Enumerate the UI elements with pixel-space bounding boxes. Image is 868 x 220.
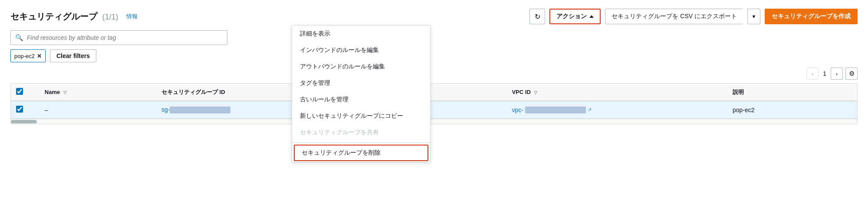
- actions-label: アクション: [556, 13, 587, 20]
- dropdown-label-edit-outbound: アウトバウンドのルールを編集: [300, 63, 385, 70]
- dropdown-item-manage-old[interactable]: 古いルールを管理: [292, 91, 430, 108]
- dropdown-item-manage-tags[interactable]: タグを管理: [292, 75, 430, 91]
- scroll-bar-row: [11, 119, 857, 124]
- external-link-icon: ↗: [588, 107, 592, 113]
- vpc-text: vpc-: [512, 107, 523, 113]
- table-row: – sg- vpc- ↗ pop-: [11, 101, 857, 119]
- dropdown-label-copy-new: 新しいセキュリティグループにコピー: [300, 112, 403, 119]
- row-name-cell: –: [39, 101, 156, 119]
- sort-name-icon[interactable]: ▽: [63, 90, 67, 95]
- chevron-down-icon: ▼: [752, 14, 756, 19]
- prev-page-button[interactable]: ‹: [806, 68, 819, 80]
- refresh-button[interactable]: ↻: [529, 9, 545, 24]
- col-vpc-label: VPC ID: [512, 89, 530, 95]
- select-all-checkbox[interactable]: [16, 88, 23, 95]
- search-box: 🔍: [10, 30, 227, 45]
- page-wrapper: セキュリティグループ (1/1) 情報 ↻ アクション セキュリティグループを …: [0, 0, 868, 220]
- next-icon: ›: [836, 71, 838, 77]
- refresh-icon: ↻: [535, 13, 540, 21]
- vpc-link[interactable]: vpc- ↗: [512, 107, 591, 113]
- header-desc: 説明: [727, 84, 857, 101]
- next-page-button[interactable]: ›: [831, 68, 843, 80]
- row-desc-cell: pop-ec2: [727, 101, 857, 119]
- sgid-text: sg-: [161, 106, 170, 113]
- search-input[interactable]: [27, 34, 223, 41]
- title-text: セキュリティグループ: [10, 12, 97, 21]
- clear-filters-button[interactable]: Clear filters: [50, 49, 96, 62]
- dropdown-item-copy-new[interactable]: 新しいセキュリティグループにコピー: [292, 108, 430, 124]
- table-body: – sg- vpc- ↗ pop-: [11, 101, 857, 119]
- dropdown-label-manage-old: 古いルールを管理: [300, 96, 349, 103]
- vpc-masked: [525, 107, 586, 113]
- dropdown-item-edit-outbound[interactable]: アウトバウンドのルールを編集: [292, 58, 430, 75]
- row-name: –: [45, 107, 48, 113]
- dropdown-label-edit-inbound: インバウンドのルールを編集: [300, 46, 379, 53]
- dropdown-label-delete: セキュリティグループを削除: [302, 149, 381, 156]
- col-sgid-label: セキュリティグループ ID: [161, 89, 225, 95]
- dropdown-item-edit-inbound[interactable]: インバウンドのルールを編集: [292, 42, 430, 58]
- row-vpc-cell: vpc- ↗: [506, 101, 727, 119]
- dropdown-item-delete[interactable]: セキュリティグループを削除: [294, 145, 428, 161]
- sgid-masked: [170, 107, 230, 113]
- pagination-row: ‹ 1 › ⚙: [10, 68, 858, 80]
- filter-row: 🔍: [10, 30, 858, 45]
- gear-icon: ⚙: [849, 70, 855, 78]
- filter-tag: pop-ec2 ✕: [10, 49, 46, 62]
- sort-vpc-icon[interactable]: ▽: [534, 90, 537, 95]
- actions-dropdown: 詳細を表示 インバウンドのルールを編集 アウトバウンドのルールを編集 タグを管理…: [292, 25, 431, 162]
- actions-button[interactable]: アクション: [549, 9, 601, 24]
- col-name-label: Name: [45, 89, 60, 95]
- page-number: 1: [821, 70, 828, 77]
- sgid-link[interactable]: sg-: [161, 106, 230, 113]
- active-filter-row: pop-ec2 ✕ Clear filters: [10, 49, 858, 62]
- header-name: Name ▽: [39, 84, 156, 101]
- page-count: (1/1): [102, 13, 118, 21]
- dropdown-label-share: セキュリティグループを共有: [300, 129, 379, 136]
- create-button[interactable]: セキュリティグループを作成: [765, 9, 858, 24]
- security-groups-table: Name ▽ セキュリティグループ ID VPC ID ▽ 説明: [11, 84, 857, 119]
- row-check-cell: [11, 101, 39, 119]
- remove-filter-button[interactable]: ✕: [37, 53, 42, 59]
- filter-tag-label: pop-ec2: [14, 53, 35, 59]
- dropdown-item-view-details[interactable]: 詳細を表示: [292, 26, 430, 42]
- header-check: [11, 84, 39, 101]
- export-arrow-button[interactable]: ▼: [747, 9, 760, 24]
- row-checkbox[interactable]: [16, 106, 23, 113]
- table-container: Name ▽ セキュリティグループ ID VPC ID ▽ 説明: [10, 83, 858, 124]
- info-link[interactable]: 情報: [126, 13, 138, 20]
- search-icon: 🔍: [15, 34, 23, 42]
- export-label: セキュリティグループを CSV にエクスポート: [612, 13, 737, 20]
- prev-icon: ‹: [812, 71, 813, 77]
- col-desc-label: 説明: [733, 89, 744, 95]
- dropdown-divider: [292, 142, 430, 143]
- row-desc: pop-ec2: [733, 107, 755, 113]
- header-vpc: VPC ID ▽: [506, 84, 727, 101]
- header-row: セキュリティグループ (1/1) 情報 ↻ アクション セキュリティグループを …: [10, 9, 858, 24]
- table-header: Name ▽ セキュリティグループ ID VPC ID ▽ 説明: [11, 84, 857, 101]
- dropdown-item-share: セキュリティグループを共有: [292, 124, 430, 141]
- dropdown-label-manage-tags: タグを管理: [300, 79, 330, 86]
- pagination-settings-button[interactable]: ⚙: [845, 68, 858, 80]
- page-title: セキュリティグループ (1/1): [10, 11, 118, 23]
- export-button[interactable]: セキュリティグループを CSV にエクスポート: [605, 9, 743, 24]
- dropdown-label-view-details: 詳細を表示: [300, 30, 330, 37]
- arrow-up-icon: [589, 15, 594, 18]
- create-label: セキュリティグループを作成: [772, 13, 851, 20]
- scroll-thumb[interactable]: [11, 120, 37, 123]
